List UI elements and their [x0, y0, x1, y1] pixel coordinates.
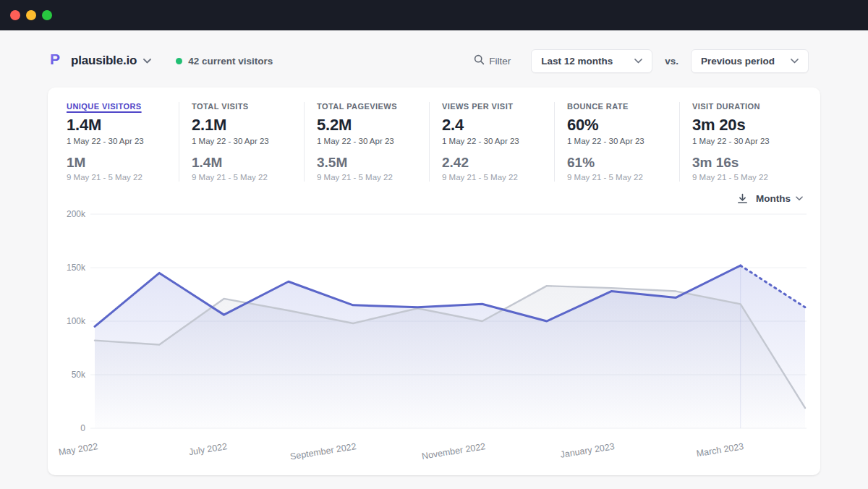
current-visitors-label: 42 current visitors — [188, 56, 273, 67]
stat-value: 1.4M — [67, 116, 171, 135]
stat-period: 1 May 22 - 30 Apr 23 — [317, 137, 422, 145]
minimize-window-button[interactable] — [26, 10, 36, 20]
stat-label: TOTAL PAGEVIEWS — [317, 102, 422, 111]
top-stats-row: UNIQUE VISITORS1.4M1 May 22 - 30 Apr 231… — [48, 88, 820, 186]
svg-text:50k: 50k — [72, 370, 86, 380]
stat-period: 1 May 22 - 30 Apr 23 — [692, 137, 797, 145]
svg-text:150k: 150k — [67, 263, 86, 273]
analytics-card: UNIQUE VISITORS1.4M1 May 22 - 30 Apr 231… — [48, 88, 820, 475]
chevron-down-icon — [791, 59, 799, 64]
stat-period: 1 May 22 - 30 Apr 23 — [567, 137, 672, 145]
site-name: plausible.io — [71, 54, 137, 68]
stat-tab-bounce-rate[interactable]: BOUNCE RATE60%1 May 22 - 30 Apr 2361%9 M… — [554, 102, 679, 182]
stat-prev-period: 9 May 21 - 5 May 22 — [192, 173, 297, 182]
svg-text:P: P — [50, 51, 60, 67]
stat-tab-total-visits[interactable]: TOTAL VISITS2.1M1 May 22 - 30 Apr 231.4M… — [179, 102, 304, 182]
visitors-chart-svg: 050k100k150k200kMay 2022July 2022Septemb… — [48, 208, 820, 465]
stat-prev-period: 9 May 21 - 5 May 22 — [442, 173, 547, 182]
comparison-picker[interactable]: Previous period — [691, 49, 809, 73]
stat-prev-value: 3.5M — [317, 155, 422, 171]
stat-prev-period: 9 May 21 - 5 May 22 — [692, 173, 797, 182]
site-picker[interactable]: P plausible.io — [49, 51, 151, 70]
stat-value: 2.4 — [442, 116, 547, 135]
stat-value: 3m 20s — [692, 116, 797, 135]
stat-prev-value: 61% — [567, 155, 672, 171]
stat-period: 1 May 22 - 30 Apr 23 — [442, 137, 547, 145]
filter-label: Filter — [489, 56, 511, 67]
svg-text:July 2022: July 2022 — [188, 441, 228, 457]
stat-value: 2.1M — [192, 116, 297, 135]
svg-text:January 2023: January 2023 — [560, 441, 616, 460]
stat-label: BOUNCE RATE — [567, 102, 672, 111]
stat-prev-value: 1.4M — [192, 155, 297, 171]
stat-prev-period: 9 May 21 - 5 May 22 — [317, 173, 422, 182]
current-visitors-indicator[interactable]: 42 current visitors — [176, 56, 273, 67]
stat-tab-views-per-visit[interactable]: VIEWS PER VISIT2.41 May 22 - 30 Apr 232.… — [429, 102, 554, 182]
top-navigation: P plausible.io 42 current visitors Filte… — [49, 48, 809, 73]
chart-controls: Months — [48, 190, 803, 206]
search-icon — [474, 54, 485, 67]
comparison-value: Previous period — [701, 56, 775, 67]
download-icon[interactable] — [737, 193, 748, 204]
plausible-logo-icon: P — [49, 51, 64, 70]
svg-text:May 2022: May 2022 — [58, 441, 98, 457]
close-window-button[interactable] — [10, 10, 20, 20]
date-range-picker[interactable]: Last 12 months — [531, 49, 652, 73]
stat-label: VIEWS PER VISIT — [442, 102, 547, 111]
chevron-down-icon — [634, 59, 642, 64]
interval-dropdown[interactable]: Months — [756, 193, 803, 204]
svg-text:0: 0 — [80, 423, 85, 433]
stat-label: UNIQUE VISITORS — [67, 102, 171, 111]
stat-value: 60% — [567, 116, 672, 135]
svg-text:200k: 200k — [67, 209, 86, 219]
stat-value: 5.2M — [317, 116, 422, 135]
filter-button[interactable]: Filter — [474, 54, 511, 67]
stat-prev-period: 9 May 21 - 5 May 22 — [567, 173, 672, 182]
stat-prev-value: 2.42 — [442, 155, 547, 171]
stat-period: 1 May 22 - 30 Apr 23 — [192, 137, 297, 145]
zoom-window-button[interactable] — [42, 10, 52, 20]
chevron-down-icon — [796, 196, 803, 201]
stat-prev-value: 1M — [67, 155, 171, 171]
svg-text:September 2022: September 2022 — [289, 441, 357, 462]
stat-label: VISIT DURATION — [692, 102, 797, 111]
svg-text:March 2023: March 2023 — [696, 441, 744, 459]
stat-label: TOTAL VISITS — [192, 102, 297, 111]
interval-value: Months — [756, 193, 791, 204]
stat-tab-visit-duration[interactable]: VISIT DURATION3m 20s1 May 22 - 30 Apr 23… — [679, 102, 804, 182]
stat-tab-unique-visitors[interactable]: UNIQUE VISITORS1.4M1 May 22 - 30 Apr 231… — [67, 102, 179, 182]
live-status-dot-icon — [176, 58, 182, 64]
vs-label: vs. — [665, 56, 678, 67]
svg-text:100k: 100k — [67, 316, 86, 326]
stat-prev-period: 9 May 21 - 5 May 22 — [67, 173, 171, 182]
visitors-chart: 050k100k150k200kMay 2022July 2022Septemb… — [48, 208, 820, 465]
stat-prev-value: 3m 16s — [692, 155, 797, 171]
chevron-down-icon — [143, 59, 151, 64]
macos-titlebar — [0, 0, 868, 30]
stat-period: 1 May 22 - 30 Apr 23 — [67, 137, 171, 145]
svg-text:November 2022: November 2022 — [421, 441, 486, 462]
date-range-value: Last 12 months — [541, 56, 613, 67]
stat-tab-total-pageviews[interactable]: TOTAL PAGEVIEWS5.2M1 May 22 - 30 Apr 233… — [304, 102, 429, 182]
